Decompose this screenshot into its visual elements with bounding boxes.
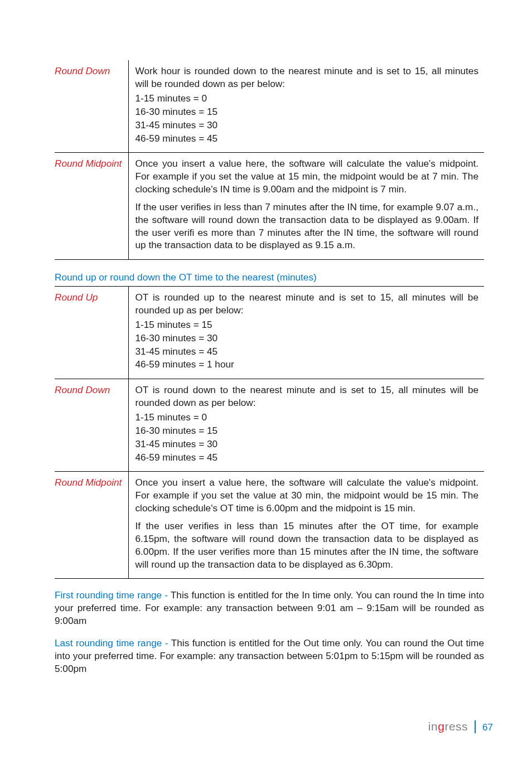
term-label: Round Down	[55, 384, 110, 395]
description-text: Once you insert a value here, the softwa…	[136, 476, 479, 514]
term-label: Round Midpoint	[55, 477, 122, 488]
page-number: 67	[482, 723, 493, 733]
first-rounding-paragraph: First rounding time range - This functio…	[55, 589, 484, 627]
rounding-work-hour-table: Round Down Work hour is rounded down to …	[55, 60, 484, 260]
value-lines: 1-15 minutes = 0 16-30 minutes = 15 31-4…	[136, 92, 479, 144]
section-heading: Round up or round down the OT time to th…	[55, 271, 484, 284]
description-text: OT is round down to the nearest minute a…	[136, 384, 479, 409]
lead-in-text: Last rounding time range -	[55, 637, 171, 648]
description-text: Work hour is rounded down to the nearest…	[136, 65, 479, 90]
lead-in-text: First rounding time range -	[55, 589, 171, 601]
table-row: Round Midpoint Once you insert a value h…	[55, 472, 484, 579]
term-label: Round Down	[55, 65, 110, 76]
description-text: OT is rounded up to the nearest minute a…	[136, 291, 479, 316]
table-row: Round Midpoint Once you insert a value h…	[55, 153, 484, 260]
value-lines: 1-15 minutes = 15 16-30 minutes = 30 31-…	[136, 318, 479, 371]
description-text: If the user verifies in less than 7 minu…	[136, 201, 479, 251]
rounding-ot-table: Round Up OT is rounded up to the nearest…	[55, 286, 484, 579]
table-row: Round Up OT is rounded up to the nearest…	[55, 286, 484, 379]
table-row: Round Down OT is round down to the neare…	[55, 379, 484, 472]
table-row: Round Down Work hour is rounded down to …	[55, 60, 484, 153]
description-text: If the user verifies in less than 15 min…	[136, 520, 479, 570]
term-label: Round Midpoint	[55, 158, 122, 169]
last-rounding-paragraph: Last rounding time range - This function…	[55, 637, 484, 675]
value-lines: 1-15 minutes = 0 16-30 minutes = 15 31-4…	[136, 411, 479, 463]
page-content: Round Down Work hour is rounded down to …	[0, 0, 532, 760]
term-label: Round Up	[55, 292, 98, 303]
page-footer: ingress 67	[428, 720, 493, 733]
description-text: Once you insert a value here, the softwa…	[136, 157, 479, 195]
brand-logo: ingress	[428, 720, 476, 733]
